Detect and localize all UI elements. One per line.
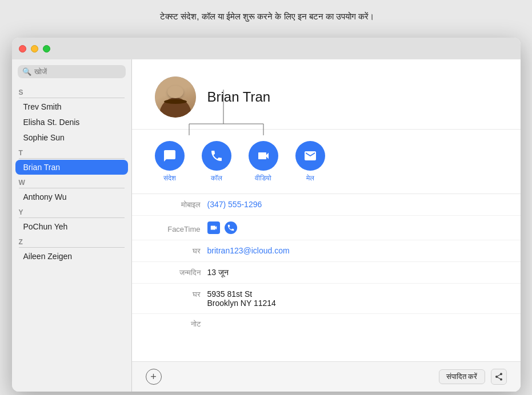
avatar-mustache [164, 99, 187, 104]
divider-s [19, 98, 125, 98]
title-bar [12, 38, 521, 59]
maximize-button[interactable] [43, 45, 50, 53]
detail-row-facetime: FaceTime [132, 216, 521, 240]
share-button[interactable] [491, 369, 507, 385]
call-label: कॉल [211, 174, 222, 182]
value-mobile[interactable]: (347) 555-1296 [207, 200, 262, 209]
contact-sophie-sun[interactable]: Sophie Sun [15, 130, 128, 145]
facetime-video-icon[interactable] [207, 221, 220, 234]
action-buttons: संदेश कॉल [132, 130, 521, 194]
divider-w [19, 188, 125, 188]
section-header-z: Z [12, 235, 131, 247]
message-button[interactable] [155, 141, 185, 171]
detail-row-email: घर britran123@icloud.com [132, 240, 521, 262]
contact-name: Brian Tran [207, 89, 271, 105]
mail-icon [303, 149, 317, 163]
divider-y [19, 217, 125, 218]
app-window: 🔍 S Trev Smith Elisha St. Denis Sophie S… [12, 38, 521, 392]
value-email[interactable]: britran123@icloud.com [207, 246, 290, 255]
label-note: नोट [155, 320, 201, 329]
video-button[interactable] [249, 141, 278, 171]
video-label: वीडियो [255, 174, 271, 182]
avatar-face [155, 76, 196, 118]
divider-z [19, 247, 125, 248]
video-icon [257, 149, 270, 163]
contact-pochun-yeh[interactable]: PoChun Yeh [15, 219, 128, 234]
label-address: घर [155, 290, 201, 299]
search-input[interactable] [34, 67, 121, 76]
label-birthday: जन्मदिन [155, 268, 201, 277]
message-icon [163, 149, 177, 163]
facetime-video-svg [210, 224, 218, 232]
tooltip: टेक्स्ट संदेश, कॉल या ईमेल शुरू करने के … [160, 10, 374, 23]
facetime-phone-svg [227, 224, 235, 232]
edit-button[interactable]: संपादित करें [439, 369, 485, 384]
contact-list: S Trev Smith Elisha St. Denis Sophie Sun… [12, 83, 131, 392]
message-label: संदेश [163, 174, 176, 182]
mail-action[interactable]: मेल [295, 141, 325, 182]
label-facetime: FaceTime [155, 225, 201, 233]
facetime-phone-icon[interactable] [225, 221, 237, 234]
label-email: घर [155, 247, 201, 256]
detail-row-note: नोट [132, 314, 521, 334]
mail-button[interactable] [295, 141, 325, 171]
search-input-wrap[interactable]: 🔍 [18, 65, 126, 78]
detail-panel: Brian Tran [132, 59, 521, 392]
section-header-t: T [12, 146, 131, 158]
contact-trev-smith[interactable]: Trev Smith [15, 99, 128, 114]
contact-header: Brian Tran [132, 59, 521, 130]
share-icon [494, 372, 503, 381]
section-header-w: W [12, 175, 131, 188]
detail-row-address: घर 5935 81st StBrooklyn NY 11214 [132, 284, 521, 314]
contact-elisha-st-denis[interactable]: Elisha St. Denis [15, 115, 128, 130]
mail-label: मेल [306, 174, 314, 182]
contact-anthony-wu[interactable]: Anthony Wu [15, 190, 128, 204]
sidebar: 🔍 S Trev Smith Elisha St. Denis Sophie S… [12, 59, 132, 392]
label-mobile: मोबाइल [155, 200, 201, 209]
add-button[interactable]: + [146, 369, 162, 385]
minimize-button[interactable] [31, 45, 38, 53]
call-icon [210, 149, 223, 163]
call-button[interactable] [202, 141, 231, 171]
video-action[interactable]: वीडियो [249, 141, 278, 182]
contact-brian-tran[interactable]: Brian Tran [15, 160, 128, 175]
footer-right: संपादित करें [439, 369, 507, 385]
divider-t [19, 158, 125, 159]
contact-aileen-zeigen[interactable]: Aileen Zeigen [15, 249, 128, 264]
detail-row-birthday: जन्मदिन 13 जून [132, 262, 521, 284]
close-button[interactable] [19, 45, 26, 53]
call-action[interactable]: कॉल [202, 141, 231, 182]
section-header-s: S [12, 85, 131, 98]
avatar [155, 76, 196, 118]
message-action[interactable]: संदेश [155, 141, 185, 182]
contact-details: मोबाइल (347) 555-1296 FaceTime [132, 194, 521, 361]
detail-row-mobile: मोबाइल (347) 555-1296 [132, 194, 521, 216]
search-bar: 🔍 [12, 59, 131, 83]
value-address: 5935 81st StBrooklyn NY 11214 [207, 289, 276, 308]
detail-footer: + संपादित करें [132, 361, 521, 392]
search-icon: 🔍 [22, 67, 31, 76]
main-content: 🔍 S Trev Smith Elisha St. Denis Sophie S… [12, 59, 521, 392]
value-birthday: 13 जून [207, 268, 229, 277]
section-header-y: Y [12, 205, 131, 217]
facetime-icons [207, 221, 237, 234]
